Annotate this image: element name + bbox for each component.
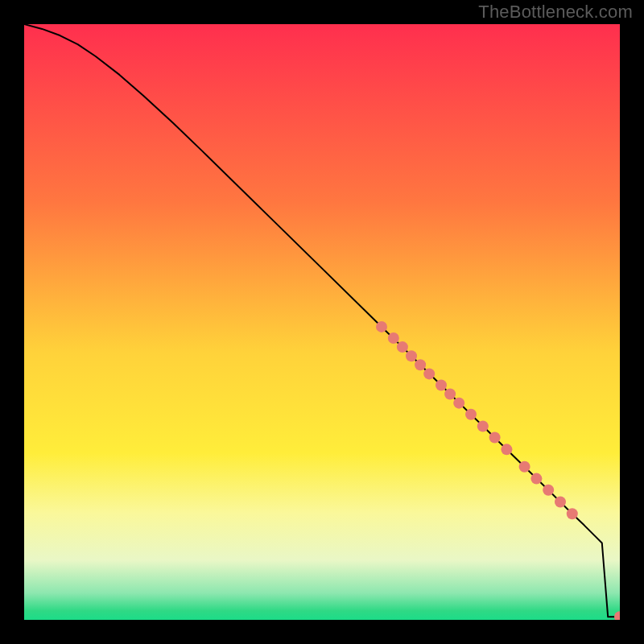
data-point — [388, 332, 399, 344]
watermark-text: TheBottleneck.com — [478, 2, 633, 23]
data-point — [444, 389, 456, 400]
data-point — [376, 321, 387, 332]
data-point — [465, 409, 477, 420]
data-point — [453, 398, 464, 409]
data-point — [406, 350, 417, 361]
data-point — [436, 379, 447, 390]
data-point — [543, 485, 554, 496]
chart-frame: TheBottleneck.com — [0, 0, 644, 644]
data-point — [423, 368, 435, 379]
data-point — [567, 508, 578, 519]
data-point — [519, 461, 530, 473]
bottleneck-chart — [24, 24, 620, 620]
data-point — [489, 432, 501, 444]
data-point — [555, 496, 566, 507]
data-point — [415, 359, 426, 370]
chart-background — [24, 24, 620, 620]
data-point — [530, 473, 542, 485]
data-point — [397, 341, 408, 353]
data-point — [477, 421, 489, 432]
data-point — [501, 444, 512, 455]
